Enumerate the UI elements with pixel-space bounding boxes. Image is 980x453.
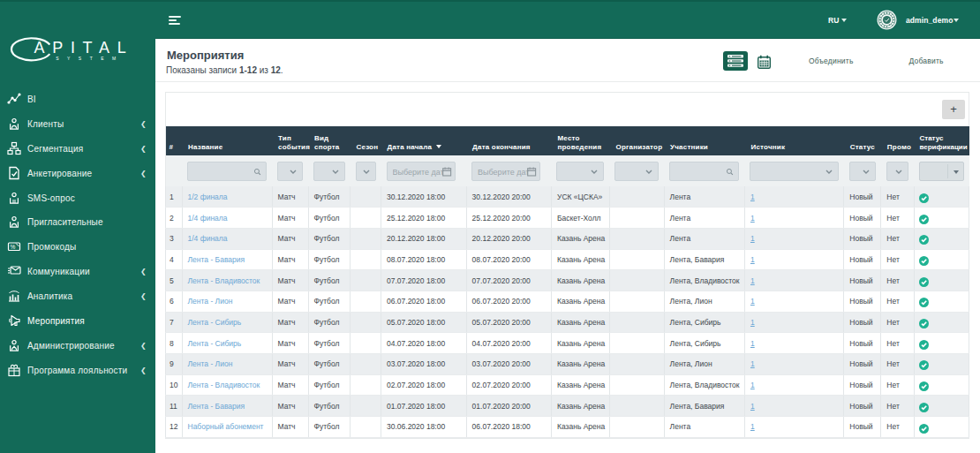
svg-text:%: % — [11, 244, 16, 250]
svg-text:SYSTEM: SYSTEM — [56, 56, 124, 61]
svg-text:APITAL: APITAL — [34, 39, 134, 57]
